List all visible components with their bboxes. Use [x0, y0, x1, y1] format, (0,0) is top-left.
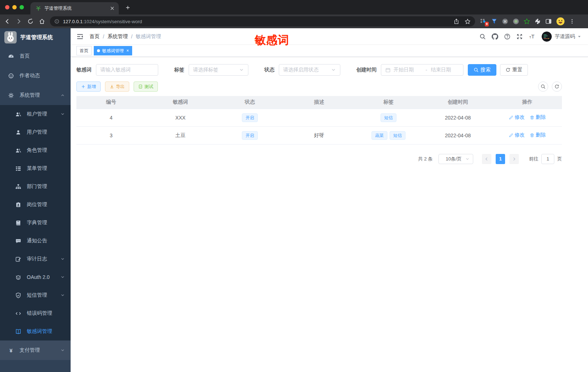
goto-page-input[interactable]: 1 — [541, 154, 554, 164]
add-button[interactable]: 新增 — [76, 81, 101, 92]
profile-avatar-icon[interactable] — [556, 17, 565, 26]
delete-button[interactable]: 删除 — [530, 114, 546, 121]
yen-icon: ¥ — [8, 347, 14, 354]
reset-button[interactable]: 重置 — [500, 64, 528, 76]
trash-icon — [530, 133, 534, 138]
edit-button[interactable]: 修改 — [509, 132, 525, 138]
keyword-input[interactable]: 请输入敏感词 — [96, 64, 158, 76]
sidebar-item[interactable]: 字典管理 — [0, 214, 71, 232]
sidebar-item[interactable]: 敏感词管理 — [0, 322, 71, 340]
split-view-icon[interactable] — [545, 18, 552, 25]
sidebar-item[interactable]: 审计日志 — [0, 250, 71, 268]
sidebar-item[interactable]: 菜单管理 — [0, 159, 71, 177]
workona-icon[interactable]: 9 — [480, 18, 487, 25]
breadcrumb-item[interactable]: 首页 — [89, 33, 100, 40]
cell-description: 好呀 — [285, 126, 354, 144]
sidebar-item[interactable]: 系统管理 — [0, 85, 71, 105]
header-search-icon[interactable] — [479, 33, 486, 40]
tag-view-label: 首页 — [80, 48, 88, 54]
delete-button[interactable]: 删除 — [530, 132, 546, 138]
sidebar-item[interactable]: 首页 — [0, 46, 71, 66]
date-end-placeholder: 结束日期 — [431, 67, 459, 73]
breadcrumb: 首页/系统管理/敏感词管理 — [89, 33, 161, 40]
share-icon[interactable] — [453, 18, 459, 25]
tag-view-item[interactable]: 首页 — [76, 46, 92, 55]
window-zoom-button[interactable] — [20, 5, 24, 9]
bookmark-star-icon[interactable] — [465, 18, 471, 25]
dict-icon — [15, 220, 21, 226]
status-select[interactable]: 请选择启用状态 — [279, 64, 340, 76]
test-button[interactable]: 测试 — [134, 81, 158, 92]
sidebar-item-label: 菜单管理 — [27, 165, 65, 172]
browser-tab[interactable]: 芋道管理系统 — [30, 2, 119, 14]
page-number-button[interactable]: 1 — [496, 154, 505, 164]
forward-button[interactable] — [14, 17, 23, 26]
sidebar-collapse-icon[interactable] — [76, 33, 84, 40]
breadcrumb-item[interactable]: 系统管理 — [108, 33, 128, 40]
sidebar-item[interactable]: 通知公告 — [0, 232, 71, 250]
font-size-icon[interactable]: TT — [529, 33, 535, 40]
page-size-select[interactable]: 10条/页 — [438, 154, 473, 164]
sidebar-item[interactable]: ¥支付管理 — [0, 340, 71, 360]
sidebar-item[interactable]: 角色管理 — [0, 141, 71, 159]
help-icon[interactable] — [504, 33, 511, 40]
puzzle-icon[interactable] — [534, 18, 541, 25]
sidebar-item-label: 敏感词管理 — [27, 328, 65, 335]
badge-icon — [15, 202, 21, 208]
sidebar-item-label: 错误码管理 — [27, 310, 65, 317]
tag-select-placeholder: 请选择标签 — [193, 67, 237, 73]
search-button[interactable]: 搜索 — [468, 64, 496, 76]
next-page-button[interactable] — [509, 154, 519, 164]
github-icon[interactable] — [492, 33, 498, 40]
user-avatar[interactable] — [542, 32, 552, 42]
show-search-toggle-button[interactable] — [538, 81, 548, 92]
sidebar-item[interactable]: 岗位管理 — [0, 196, 71, 214]
fullscreen-icon[interactable] — [516, 33, 523, 40]
url-path: :1024/system/sensitive-word — [83, 19, 142, 24]
refresh-table-button[interactable] — [552, 81, 562, 92]
cell-word: 土豆 — [146, 126, 215, 144]
chevron-up-icon — [60, 93, 65, 97]
sidebar-item[interactable]: 短信管理 — [0, 286, 71, 304]
prev-page-button[interactable] — [482, 154, 491, 164]
home-button[interactable] — [38, 17, 46, 26]
column-header: 敏感词 — [146, 96, 215, 109]
sidebar-item[interactable]: 作者动态 — [0, 66, 71, 85]
top-navbar: 首页/系统管理/敏感词管理 TT 芋道源码 — [71, 28, 588, 45]
sidebar-item[interactable]: OAuth 2.0 — [0, 268, 71, 286]
breadcrumb-separator: / — [103, 34, 104, 39]
funnel-icon[interactable] — [491, 18, 497, 25]
edit-button[interactable]: 修改 — [509, 114, 525, 121]
sidebar-item[interactable]: 部门管理 — [0, 177, 71, 196]
window-close-button[interactable] — [5, 5, 9, 9]
chevron-down-icon — [60, 112, 65, 116]
new-tab-button[interactable] — [123, 3, 133, 12]
user-caret-down-icon[interactable] — [577, 34, 581, 39]
reload-button[interactable] — [26, 17, 35, 26]
sidebar-item-label: 首页 — [20, 53, 65, 59]
site-info-icon[interactable] — [54, 19, 59, 24]
date-range-picker[interactable]: 开始日期 - 结束日期 — [381, 64, 463, 76]
export-button[interactable]: 导出 — [105, 81, 129, 92]
tag-select[interactable]: 请选择标签 — [189, 64, 248, 76]
username[interactable]: 芋道源码 — [555, 33, 575, 40]
tab-close-icon[interactable] — [109, 5, 115, 11]
menu-dots-icon[interactable] — [569, 18, 575, 24]
tag-badge: 蔬菜 — [371, 131, 387, 140]
column-header: 状态 — [215, 96, 285, 109]
tag-view-item[interactable]: 敏感词管理× — [94, 46, 132, 55]
sidebar-item[interactable]: 错误码管理 — [0, 304, 71, 322]
sidebar-item[interactable]: 租户管理 — [0, 105, 71, 123]
tag-close-icon[interactable]: × — [126, 49, 129, 53]
window-minimize-button[interactable] — [12, 5, 17, 9]
command-circle-icon[interactable]: ⌘ — [502, 18, 508, 25]
record-circle-icon[interactable] — [513, 18, 519, 25]
address-bar[interactable]: 127.0.0.1:1024/system/sensitive-word — [50, 16, 475, 26]
green-star-icon[interactable] — [524, 18, 530, 25]
goto-page-suffix: 页 — [557, 156, 562, 162]
sidebar-logo-row[interactable]: 芋道管理系统 — [0, 28, 71, 46]
column-header: 描述 — [285, 96, 354, 109]
sidebar-item[interactable]: 用户管理 — [0, 123, 71, 141]
back-button[interactable] — [3, 17, 12, 26]
menu-tree-icon — [15, 166, 21, 172]
